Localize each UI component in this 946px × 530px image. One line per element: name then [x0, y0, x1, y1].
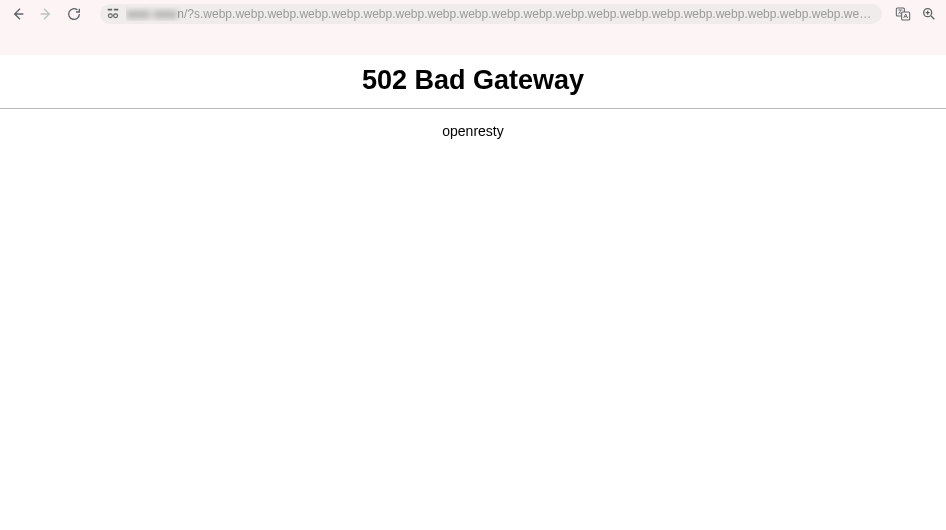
- page-content: 502 Bad Gateway openresty: [0, 65, 946, 139]
- zoom-icon: [921, 6, 937, 22]
- arrow-left-icon: [10, 6, 26, 22]
- browser-toolbar: xxxx xxxxn/?s.webp.webp.webp.webp.webp.w…: [0, 0, 946, 28]
- site-settings-icon[interactable]: [106, 7, 120, 21]
- top-tint: [0, 28, 946, 55]
- svg-point-3: [114, 14, 118, 18]
- reload-button[interactable]: [64, 4, 84, 24]
- server-text: openresty: [0, 123, 946, 139]
- svg-rect-0: [108, 9, 112, 11]
- translate-icon: [895, 6, 911, 22]
- reload-icon: [66, 6, 82, 22]
- zoom-button[interactable]: [920, 5, 938, 23]
- translate-button[interactable]: [894, 5, 912, 23]
- url-text: xxxx xxxxn/?s.webp.webp.webp.webp.webp.w…: [126, 7, 876, 21]
- svg-rect-1: [114, 9, 118, 11]
- error-heading: 502 Bad Gateway: [0, 65, 946, 96]
- forward-button[interactable]: [36, 4, 56, 24]
- address-bar[interactable]: xxxx xxxxn/?s.webp.webp.webp.webp.webp.w…: [100, 4, 882, 24]
- svg-point-2: [108, 14, 112, 18]
- divider: [0, 108, 946, 109]
- arrow-right-icon: [38, 6, 54, 22]
- back-button[interactable]: [8, 4, 28, 24]
